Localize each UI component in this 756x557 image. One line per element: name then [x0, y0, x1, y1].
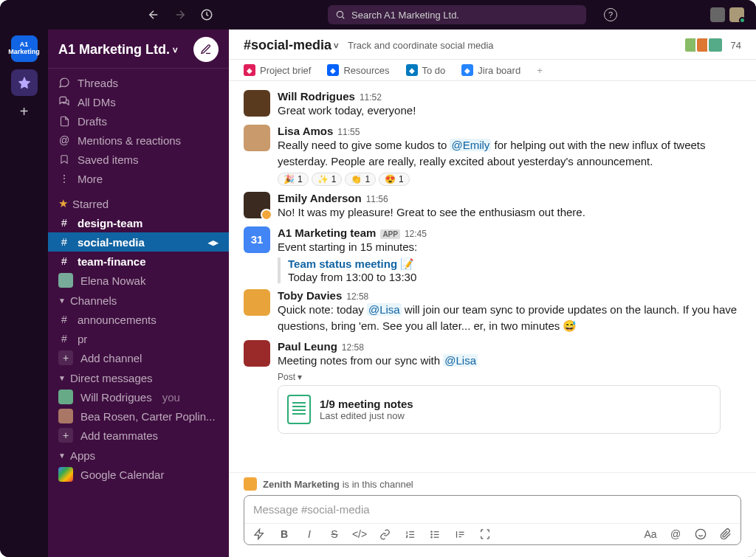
add-channel-button[interactable]: +Add channel: [48, 348, 229, 367]
message-avatar[interactable]: 31: [244, 226, 270, 253]
format-button[interactable]: Aa: [643, 528, 658, 540]
user-avatar-1[interactable]: [710, 7, 725, 22]
workspace-switch-other[interactable]: [11, 69, 38, 96]
section-apps[interactable]: ▼Apps: [48, 445, 229, 465]
message-author[interactable]: Lisa Amos: [278, 125, 333, 137]
history-back-button[interactable]: [145, 6, 162, 24]
nav-all-dms[interactable]: All DMs: [48, 92, 229, 111]
attachment-title: 1/9 meeting notes: [320, 398, 413, 410]
composer-input[interactable]: Message #social-media: [244, 496, 740, 523]
message-author[interactable]: Paul Leung: [278, 340, 337, 353]
message-text: Great work today, everyone!: [278, 103, 741, 119]
nav-drafts[interactable]: Drafts: [48, 111, 229, 131]
italic-button[interactable]: I: [302, 528, 317, 540]
active-indicator-icon: ◂▸: [208, 237, 219, 248]
sidebar-dm-0[interactable]: Will Rodriguesyou: [48, 387, 229, 406]
channel-name-button[interactable]: #social-media ⅴ: [244, 38, 339, 53]
bold-button[interactable]: B: [277, 528, 292, 540]
message-avatar[interactable]: [244, 289, 270, 316]
section-channels[interactable]: ▼Channels: [48, 290, 229, 310]
post-type-label[interactable]: Post ▾: [278, 372, 741, 382]
compose-button[interactable]: [193, 37, 219, 62]
member-count[interactable]: 74: [731, 40, 741, 51]
nav-more[interactable]: ⋮More: [48, 169, 229, 188]
message-avatar[interactable]: [244, 125, 270, 151]
member-avatars[interactable]: [684, 37, 724, 53]
channel-topic[interactable]: Track and coordinate social media: [348, 40, 494, 51]
sidebar-dm-1[interactable]: Bea Rosen, Carter Poplin...: [48, 406, 229, 426]
strike-button[interactable]: S: [327, 528, 342, 540]
message-text: Event starting in 15 minutes:: [278, 239, 741, 255]
add-pin-button[interactable]: +: [537, 65, 543, 76]
sidebar-item-team-finance[interactable]: #team-finance: [48, 252, 229, 271]
reaction[interactable]: 🎉1: [278, 173, 309, 186]
pin-app-icon: ◆: [461, 64, 473, 76]
pin-to-do[interactable]: ◆To do: [406, 64, 446, 76]
add-teammates-button[interactable]: +Add teammates: [48, 426, 229, 445]
pin-project-brief[interactable]: ◆Project brief: [244, 64, 311, 76]
section-dms[interactable]: ▼Direct messages: [48, 367, 229, 387]
svg-point-8: [430, 531, 431, 532]
message-avatar[interactable]: [244, 340, 270, 367]
message-avatar[interactable]: [244, 90, 270, 117]
drafts-icon: [58, 116, 70, 127]
message-time: 12:58: [346, 291, 368, 302]
event-link[interactable]: Team status meeting: [288, 257, 397, 270]
nav-mentions[interactable]: @Mentions & reactions: [48, 131, 229, 150]
blockquote-button[interactable]: [453, 529, 467, 540]
user-avatar-icon: [58, 409, 73, 423]
sidebar-item-elena-nowak[interactable]: Elena Nowak: [48, 271, 229, 290]
add-workspace-button[interactable]: +: [20, 103, 29, 120]
reaction[interactable]: 😍1: [379, 173, 410, 186]
attachment-subtitle: Last edited just now: [320, 410, 413, 421]
workspace-switch-a1[interactable]: A1 Marketing: [11, 35, 38, 62]
messages-list: Will Rodrigues 11:52Great work today, ev…: [229, 81, 756, 472]
mention-button[interactable]: @: [668, 528, 683, 540]
ordered-list-button[interactable]: [402, 529, 417, 540]
pin-app-icon: ◆: [406, 64, 418, 76]
history-forward-button[interactable]: [171, 6, 189, 24]
pin-resources[interactable]: ◆Resources: [327, 64, 389, 76]
sidebar-channel-announcements[interactable]: #announcements: [48, 310, 229, 329]
sidebar-app-google-calendar[interactable]: Google Calendar: [48, 465, 229, 484]
message-avatar[interactable]: [244, 192, 270, 218]
message-composer[interactable]: Message #social-media B I S </> Aa: [244, 495, 741, 545]
section-starred[interactable]: ★Starred: [48, 193, 229, 213]
bookmark-icon: [58, 154, 70, 165]
attach-button[interactable]: [718, 528, 733, 540]
svg-point-15: [695, 529, 705, 539]
search-placeholder: Search A1 Marketing Ltd.: [351, 10, 459, 21]
workspace-icon-label: A1 Marketing: [8, 41, 40, 56]
reaction[interactable]: ✨1: [312, 173, 343, 186]
workspace-name-button[interactable]: A1 Marketing Ltd.ⅴ: [58, 42, 178, 58]
message-text: No! It was my pleasure! Great to see the…: [278, 204, 741, 221]
emoji-button[interactable]: [693, 528, 708, 540]
message: Will Rodrigues 11:52Great work today, ev…: [244, 87, 741, 122]
event-detail: Today from 13:00 to 13:30: [288, 271, 741, 283]
codeblock-button[interactable]: [478, 528, 492, 540]
nav-saved[interactable]: Saved items: [48, 150, 229, 169]
sidebar-item-design-team[interactable]: #design-team: [48, 213, 229, 232]
history-button[interactable]: [198, 6, 216, 24]
message-author[interactable]: A1 Marketing team: [278, 226, 376, 239]
message-author[interactable]: Emily Anderson: [278, 192, 362, 204]
reaction[interactable]: 👏1: [345, 173, 376, 186]
message: Lisa Amos 11:55Really need to give some …: [244, 122, 741, 189]
sidebar-item-social-media[interactable]: #social-media◂▸: [48, 232, 229, 252]
user-avatar-2[interactable]: [729, 7, 744, 22]
bullet-list-button[interactable]: [427, 529, 442, 540]
link-button[interactable]: [377, 529, 392, 540]
search-input[interactable]: Search A1 Marketing Ltd.: [328, 5, 586, 24]
help-button[interactable]: ?: [604, 8, 617, 21]
message-author[interactable]: Will Rodrigues: [278, 90, 355, 103]
attachment[interactable]: 1/9 meeting notesLast edited just now: [278, 385, 721, 434]
pin-jira-board[interactable]: ◆Jira board: [461, 64, 520, 76]
dms-icon: [58, 96, 70, 108]
nav-threads[interactable]: Threads: [48, 73, 229, 92]
message-time: 11:52: [360, 92, 382, 103]
shortcuts-button[interactable]: [252, 528, 267, 540]
sidebar-channel-pr[interactable]: #pr: [48, 329, 229, 348]
code-button[interactable]: </>: [352, 528, 367, 540]
message-author[interactable]: Toby Davies: [278, 289, 342, 302]
pin-app-icon: ◆: [327, 64, 339, 76]
